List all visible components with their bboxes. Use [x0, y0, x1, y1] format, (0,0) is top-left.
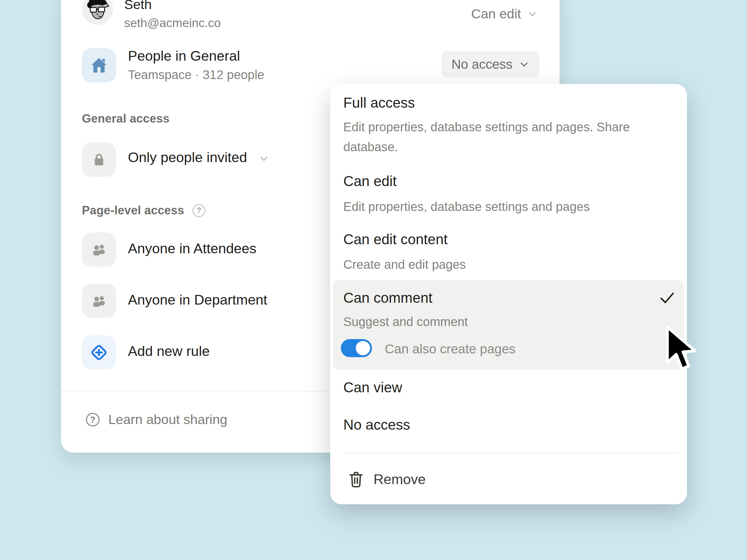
toggle-knob — [356, 341, 370, 355]
menu-option-no-access[interactable]: No access — [343, 416, 410, 433]
chevron-down-icon — [258, 153, 269, 164]
permission-dropdown-menu: Full access Edit properties, database se… — [330, 84, 687, 504]
help-circle-icon: ? — [85, 412, 100, 427]
add-rule-icon-container — [82, 336, 116, 370]
mouse-cursor — [664, 325, 698, 372]
avatar — [82, 0, 113, 25]
member-name: Seth — [124, 0, 152, 12]
page-level-access-header: Page-level access — [82, 204, 184, 217]
help-icon[interactable]: ? — [192, 204, 206, 218]
lock-icon — [90, 151, 108, 169]
menu-option-description: Edit properties, database settings and p… — [343, 117, 661, 157]
general-access-header: General access — [82, 112, 170, 125]
create-pages-toggle-label: Can also create pages — [385, 342, 515, 356]
learn-about-sharing-link[interactable]: ? Learn about sharing — [85, 412, 228, 427]
add-new-rule-button[interactable]: Add new rule — [128, 343, 210, 359]
page-rule-attendees[interactable]: Anyone in Attendees — [128, 240, 256, 257]
home-icon — [89, 56, 109, 75]
learn-about-sharing-label: Learn about sharing — [108, 412, 228, 427]
menu-option-description: Edit properties, database settings and p… — [343, 196, 661, 216]
member-permission-dropdown[interactable]: Can edit — [471, 6, 538, 22]
general-access-selector[interactable]: Only people invited — [128, 149, 269, 165]
create-pages-toggle[interactable] — [341, 339, 372, 357]
remove-menu-item[interactable]: Remove — [347, 470, 426, 489]
people-icon — [89, 240, 108, 259]
page-rule-department[interactable]: Anyone in Department — [128, 292, 267, 308]
general-access-icon-container — [82, 142, 116, 177]
member-permission-label: Can edit — [471, 6, 521, 22]
menu-option-can-edit-content[interactable]: Can edit content — [343, 231, 447, 248]
menu-divider — [343, 453, 677, 453]
teamspace-icon-container — [82, 48, 116, 82]
rule-icon-container — [82, 284, 116, 318]
menu-option-description: Create and edit pages — [343, 255, 661, 274]
menu-option-full-access[interactable]: Full access — [343, 94, 415, 111]
avatar-cartoon — [82, 0, 113, 25]
people-icon — [89, 292, 108, 310]
menu-option-can-edit[interactable]: Can edit — [343, 173, 396, 189]
teamspace-permission-label: No access — [451, 57, 512, 72]
trash-icon — [347, 470, 365, 489]
member-email: seth@acmeinc.co — [124, 16, 221, 30]
teamspace-title: People in General — [128, 48, 240, 64]
rule-icon-container — [82, 232, 116, 267]
share-settings-screen: Seth seth@acmeinc.co Can edit People in … — [0, 0, 747, 560]
checkmark-icon — [658, 288, 676, 307]
svg-text:?: ? — [90, 415, 96, 424]
menu-option-description: Suggest and comment — [343, 312, 468, 331]
remove-label: Remove — [374, 471, 426, 487]
teamspace-subtitle: Teamspace · 312 people — [128, 68, 264, 82]
page-level-access-header-row: Page-level access ? — [82, 203, 206, 218]
chevron-down-icon — [526, 8, 538, 20]
menu-option-can-comment[interactable]: Can comment — [343, 289, 432, 306]
menu-option-can-view[interactable]: Can view — [343, 379, 402, 396]
general-access-value: Only people invited — [128, 149, 247, 165]
teamspace-permission-dropdown[interactable]: No access — [441, 51, 539, 77]
svg-text:?: ? — [197, 206, 201, 215]
add-rule-diamond-plus-icon — [89, 343, 109, 363]
chevron-down-icon — [519, 59, 530, 70]
